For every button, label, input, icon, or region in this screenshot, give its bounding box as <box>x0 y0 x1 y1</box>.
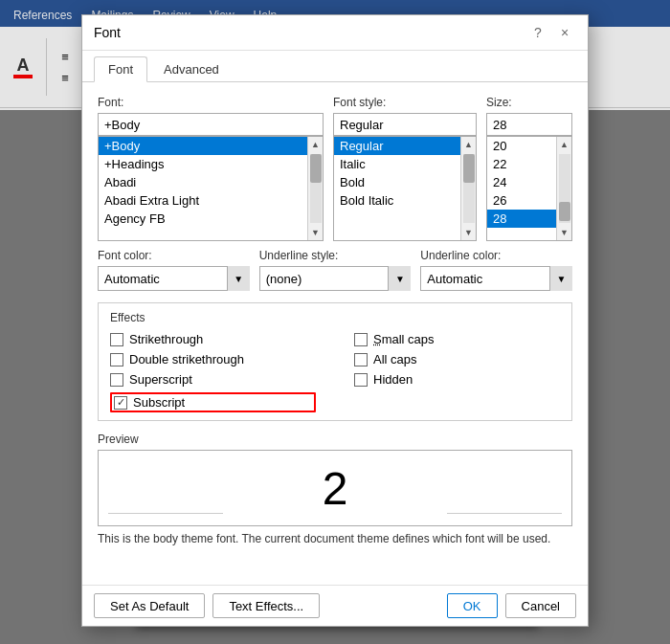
style-list-item-3[interactable]: Bold Italic <box>334 191 476 210</box>
checkbox-small-caps[interactable] <box>354 333 368 346</box>
underline-style-col: Underline style: (none) ▼ <box>259 249 412 291</box>
effect-superscript[interactable]: Superscript <box>110 372 316 387</box>
label-small-caps: Small caps <box>373 332 435 346</box>
font-col-label: Font: <box>98 96 324 109</box>
underline-color-select[interactable]: Automatic <box>420 266 572 291</box>
effects-grid: Strikethrough Small caps Double striketh… <box>110 332 560 412</box>
font-list-item-2[interactable]: Abadi <box>99 173 323 191</box>
font-color-select[interactable]: Automatic <box>98 266 250 291</box>
font-scrollbar[interactable]: ▲ ▼ <box>307 137 323 240</box>
dialog-footer: Set As Default Text Effects... OK Cancel <box>82 585 588 626</box>
preview-line-right <box>447 513 562 514</box>
ok-button[interactable]: OK <box>447 593 498 618</box>
effect-small-caps[interactable]: Small caps <box>354 332 560 346</box>
font-scroll-thumb[interactable] <box>310 154 322 183</box>
preview-character: 2 <box>323 462 348 515</box>
dialog-tabs: Font Advanced <box>82 51 588 82</box>
cancel-button[interactable]: Cancel <box>505 593 576 618</box>
style-list-item-1[interactable]: Italic <box>334 155 476 173</box>
effect-double-strikethrough[interactable]: Double strikethrough <box>110 352 316 366</box>
dialog-title: Font <box>94 25 121 40</box>
style-scrollbar[interactable]: ▲ ▼ <box>460 137 476 240</box>
font-input[interactable] <box>98 113 324 136</box>
font-col: Font: +Body +Headings Abadi Abadi Extra … <box>98 96 324 241</box>
style-list[interactable]: Regular Italic Bold Bold Italic <box>334 137 476 240</box>
font-style-size-row: Font: +Body +Headings Abadi Abadi Extra … <box>98 96 572 241</box>
set-default-button[interactable]: Set As Default <box>94 593 205 618</box>
modal-overlay: Font ? × Font Advanced Font: +Body <box>0 0 670 644</box>
footer-left: Set As Default Text Effects... <box>94 593 320 618</box>
style-input[interactable] <box>333 113 477 136</box>
font-list-item-1[interactable]: +Headings <box>99 155 323 173</box>
dialog-close-btn[interactable]: × <box>553 23 576 42</box>
size-scroll-thumb[interactable] <box>559 202 570 221</box>
font-scroll-down[interactable]: ▼ <box>308 225 324 240</box>
effect-all-caps[interactable]: All caps <box>354 352 560 366</box>
preview-line-left <box>108 513 223 514</box>
tab-font[interactable]: Font <box>94 56 147 82</box>
checkbox-double-strikethrough[interactable] <box>110 353 123 366</box>
font-scroll-up[interactable]: ▲ <box>308 137 324 152</box>
style-list-item-0[interactable]: Regular <box>334 137 476 155</box>
font-dialog: Font ? × Font Advanced Font: +Body <box>81 14 589 627</box>
underline-color-label: Underline color: <box>420 249 572 262</box>
checkbox-subscript[interactable] <box>114 396 127 410</box>
font-color-label: Font color: <box>98 249 250 262</box>
text-effects-button[interactable]: Text Effects... <box>212 593 320 618</box>
style-scroll-track <box>463 154 475 223</box>
label-strikethrough: Strikethrough <box>129 332 203 346</box>
font-scroll-track <box>310 154 322 223</box>
font-list-item-4[interactable]: Agency FB <box>99 210 323 228</box>
style-scroll-down[interactable]: ▼ <box>461 225 477 240</box>
underline-style-select[interactable]: (none) <box>259 266 412 291</box>
underline-color-col: Underline color: Automatic ▼ <box>420 249 572 291</box>
size-scroll-track <box>559 154 570 223</box>
dialog-controls: ? × <box>526 23 576 42</box>
checkbox-strikethrough[interactable] <box>110 333 123 346</box>
size-col-label: Size: <box>486 96 572 109</box>
dialog-titlebar: Font ? × <box>82 15 588 51</box>
size-scrollbar[interactable]: ▲ ▼ <box>556 137 571 240</box>
font-list-item-0[interactable]: +Body <box>99 137 323 155</box>
effects-section: Effects Strikethrough Small caps <box>98 302 572 421</box>
label-all-caps: All caps <box>373 352 417 366</box>
size-scroll-up[interactable]: ▲ <box>557 137 572 152</box>
preview-section: Preview 2 This is the body theme font. T… <box>98 433 572 545</box>
font-list-item-3[interactable]: Abadi Extra Light <box>99 191 323 210</box>
label-superscript: Superscript <box>129 372 192 387</box>
checkbox-superscript[interactable] <box>110 373 123 387</box>
dialog-body: Font: +Body +Headings Abadi Abadi Extra … <box>82 82 588 585</box>
underline-color-select-wrapper: Automatic ▼ <box>420 266 572 291</box>
style-scroll-thumb[interactable] <box>463 154 475 183</box>
font-color-col: Font color: Automatic ▼ <box>98 249 250 291</box>
size-scroll-down[interactable]: ▼ <box>557 225 572 240</box>
size-list-container: 20 22 24 26 28 ▲ ▼ <box>486 136 572 241</box>
style-col: Font style: Regular Italic Bold Bold Ita… <box>333 96 477 241</box>
label-subscript: Subscript <box>133 395 185 410</box>
style-list-item-2[interactable]: Bold <box>334 173 476 191</box>
colors-row: Font color: Automatic ▼ Underline style:… <box>98 249 572 291</box>
effect-strikethrough[interactable]: Strikethrough <box>110 332 316 346</box>
effects-title: Effects <box>110 311 560 324</box>
checkbox-all-caps[interactable] <box>354 353 368 366</box>
preview-lines <box>108 513 562 514</box>
underline-style-label: Underline style: <box>259 249 412 262</box>
footer-right: OK Cancel <box>447 593 576 618</box>
label-double-strikethrough: Double strikethrough <box>129 352 244 366</box>
checkbox-hidden[interactable] <box>354 373 368 387</box>
size-input[interactable] <box>486 113 572 136</box>
tab-advanced[interactable]: Advanced <box>149 56 234 81</box>
effect-subscript[interactable]: Subscript <box>110 392 316 412</box>
style-list-container: Regular Italic Bold Bold Italic ▲ ▼ <box>333 136 477 241</box>
font-list-container: +Body +Headings Abadi Abadi Extra Light … <box>98 136 324 241</box>
small-caps-text: mall caps <box>382 332 435 346</box>
style-scroll-up[interactable]: ▲ <box>461 137 477 152</box>
preview-label: Preview <box>98 433 572 446</box>
font-list[interactable]: +Body +Headings Abadi Abadi Extra Light … <box>99 137 323 240</box>
preview-box: 2 <box>98 450 572 526</box>
preview-note: This is the body theme font. The current… <box>98 532 572 545</box>
effect-hidden[interactable]: Hidden <box>354 372 560 387</box>
dialog-help-btn[interactable]: ? <box>526 23 549 42</box>
size-col: Size: 20 22 24 26 28 ▲ <box>486 96 572 241</box>
font-color-select-wrapper: Automatic ▼ <box>98 266 250 291</box>
